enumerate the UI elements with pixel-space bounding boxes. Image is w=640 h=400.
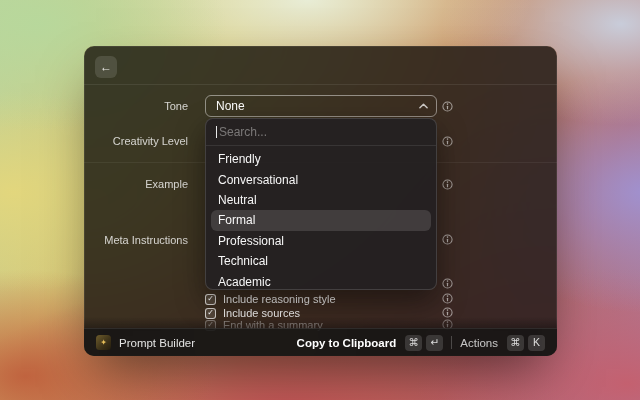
app-icon: ✦ [96,335,111,350]
k-key-badge: K [528,335,545,351]
option-label: Conversational [218,173,298,187]
return-key-badge: ↵ [426,335,443,351]
dropdown-option-formal[interactable]: Formal [211,210,431,230]
dropdown-search-input[interactable] [219,125,426,139]
dropdown-option-academic[interactable]: Academic [206,271,436,291]
back-icon: ← [100,60,112,74]
checkbox-label: Include sources [223,307,300,319]
actions-button[interactable]: Actions ⌘ K [460,335,545,351]
field-label-meta-instructions: Meta Instructions [104,234,188,246]
checkbox-checked-icon[interactable]: ✓ [205,294,216,305]
checkbox-row-include-sources[interactable]: ✓ Include sources [205,307,300,319]
back-button[interactable]: ← [95,56,117,78]
actions-label: Actions [460,337,498,349]
footer-separator [451,336,452,349]
option-label: Friendly [218,152,261,166]
copy-to-clipboard-label: Copy to Clipboard [297,337,397,349]
info-icon[interactable] [442,293,453,304]
info-icon[interactable] [442,278,453,289]
info-icon[interactable] [442,307,453,318]
option-label: Neutral [218,193,257,207]
check-icon: ✓ [207,295,214,303]
app-name: Prompt Builder [119,337,195,349]
copy-to-clipboard-button[interactable]: Copy to Clipboard ⌘ ↵ [297,335,444,351]
option-label: Technical [218,254,268,268]
command-key-badge: ⌘ [507,335,524,351]
field-label-example: Example [145,178,188,190]
dropdown-options-list: Friendly Conversational Neutral Formal P… [206,146,436,292]
option-label: Formal [218,213,255,227]
chevron-up-icon [419,103,428,109]
header-divider [84,84,557,85]
check-icon: ✓ [207,309,214,317]
desktop-background: { "window": { "header": { "back_icon": "… [0,0,640,400]
tone-dropdown-panel: Friendly Conversational Neutral Formal P… [205,118,437,290]
prompt-builder-window: ← Tone Creativity Level Example Meta Ins… [84,46,557,356]
dropdown-option-friendly[interactable]: Friendly [206,149,436,169]
dropdown-option-neutral[interactable]: Neutral [206,190,436,210]
option-label: Academic [218,275,271,289]
checkbox-row-include-reasoning-style[interactable]: ✓ Include reasoning style [205,293,336,305]
footer-bar: ✦ Prompt Builder Copy to Clipboard ⌘ ↵ A… [84,328,557,356]
text-cursor [216,126,217,138]
sparkle-icon: ✦ [100,339,107,347]
checkbox-checked-icon[interactable]: ✓ [205,308,216,319]
tone-select-value: None [216,99,245,113]
dropdown-option-technical[interactable]: Technical [206,251,436,271]
field-label-tone: Tone [164,100,188,112]
dropdown-option-professional[interactable]: Professional [206,231,436,251]
info-icon[interactable] [442,179,453,190]
field-label-creativity-level: Creativity Level [113,135,188,147]
checkbox-label: Include reasoning style [223,293,336,305]
info-icon[interactable] [442,136,453,147]
dropdown-option-conversational[interactable]: Conversational [206,169,436,189]
command-key-badge: ⌘ [405,335,422,351]
tone-select[interactable]: None [205,95,437,117]
info-icon[interactable] [442,101,453,112]
info-icon[interactable] [442,234,453,245]
dropdown-search-row [206,119,436,146]
option-label: Professional [218,234,284,248]
